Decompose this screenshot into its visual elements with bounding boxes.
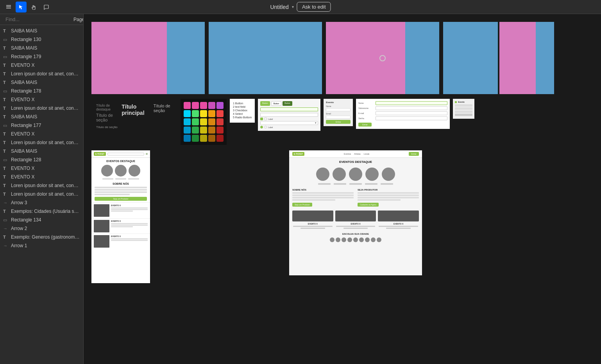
sidebar-item-label: Rectangle 178 — [11, 88, 41, 94]
page-label: Page 1 — [73, 17, 84, 22]
frame-stripes-3 — [326, 22, 439, 94]
sidebar-item[interactable]: →Arrow 2 — [0, 224, 83, 233]
sidebar-item-label: Loren ipsun dolor sit anet, consect... — [11, 140, 80, 145]
sidebar-item[interactable]: TSAIBA MAIS — [0, 78, 83, 87]
sidebar-item-label: Arrow 1 — [11, 243, 27, 248]
sidebar: Page 1 ▾ TSAIBA MAIS▭Rectangle 130TSAIBA… — [0, 14, 84, 364]
text-icon: T — [3, 29, 9, 33]
desktop-wireframe: E-TICKET EventosArtistasLocais Entrar EV… — [289, 150, 422, 275]
sidebar-item-label: Loren ipsun dolor sit anet, consect... — [11, 105, 80, 111]
svg-rect-2 — [6, 8, 11, 9]
text-icon: T — [3, 63, 9, 68]
page-selector[interactable]: Page 1 ▾ — [73, 17, 84, 22]
sidebar-item[interactable]: →Arrow 1 — [0, 241, 83, 250]
sidebar-item[interactable]: TSAIBA MAIS — [0, 27, 83, 35]
sidebar-item-label: EVENTO X — [11, 174, 34, 180]
pointer-tool-button[interactable] — [16, 2, 27, 12]
sidebar-item-label: Exemplos: Cidades (Usuária seleci... — [11, 209, 80, 214]
form-wireframe-small: Evento Nome Email Entrar — [324, 99, 353, 126]
sidebar-item-label: SAIBA MAIS — [11, 80, 37, 85]
color-cell — [192, 127, 199, 134]
sidebar-item[interactable]: ▭Rectangle 178 — [0, 87, 83, 95]
color-cell — [200, 118, 207, 125]
text-icon: T — [3, 106, 9, 111]
sidebar-item-label: EVENTO X — [11, 62, 34, 68]
sidebar-item[interactable]: TLoren ipsun dolor sit anet, consect... — [0, 190, 83, 198]
hand-tool-button[interactable] — [28, 2, 39, 12]
sidebar-item-label: Exemplo: Generos (gastronomico, ... — [11, 234, 80, 240]
color-cell — [208, 110, 215, 117]
title-chevron-icon: ▾ — [292, 5, 294, 9]
color-cell — [192, 118, 199, 125]
color-cell — [184, 118, 191, 125]
color-cell — [216, 118, 224, 125]
sidebar-list: TSAIBA MAIS▭Rectangle 130TSAIBA MAIS▭Rec… — [0, 25, 83, 364]
sidebar-item[interactable]: TLoren ipsun dolor sit anet, consect... — [0, 181, 83, 190]
toolbar-center: Untitled ▾ Ask to edit — [270, 2, 331, 12]
color-cell — [184, 110, 191, 117]
sidebar-item[interactable]: ▭Rectangle 177 — [0, 121, 83, 130]
mini-wireframe: Evento — [453, 99, 474, 119]
sidebar-item-label: Loren ipsun dolor sit anet, consect... — [11, 191, 80, 197]
color-cell — [200, 110, 207, 117]
sidebar-item[interactable]: TSAIBA MAIS — [0, 147, 83, 155]
color-cell — [216, 127, 224, 134]
text-icon: T — [3, 114, 9, 119]
sidebar-item[interactable]: TLoren ipsun dolor sit anet, consect... — [0, 138, 83, 147]
document-title[interactable]: Untitled — [270, 4, 288, 10]
typo-section-label: Título de seção — [154, 103, 173, 113]
ui-list-frame: 1 Button 2 text field 3 Checkbox 4 Selec… — [230, 99, 255, 123]
ui-components-frame: Button Button Button Label ▾ — [258, 99, 320, 131]
frame-stripes-4 — [443, 22, 498, 94]
svg-rect-0 — [6, 5, 11, 6]
rect-icon: ▭ — [3, 157, 9, 162]
sidebar-item[interactable]: TSAIBA MAIS — [0, 44, 83, 52]
main-layout: Page 1 ▾ TSAIBA MAIS▭Rectangle 130TSAIBA… — [0, 14, 601, 364]
sidebar-item[interactable]: TLoren ipsun dolor sit anet, consect... — [0, 104, 83, 112]
menu-button[interactable] — [3, 2, 14, 12]
color-cell — [192, 135, 199, 142]
text-icon: T — [3, 132, 9, 136]
color-cell — [192, 110, 199, 117]
search-input[interactable] — [5, 16, 71, 22]
text-icon: T — [3, 71, 9, 76]
text-icon: T — [3, 97, 9, 102]
sidebar-item-label: EVENTO X — [11, 97, 34, 102]
color-cell — [216, 135, 224, 142]
sidebar-item[interactable]: TSAIBA MAIS — [0, 112, 83, 121]
sidebar-item-label: Rectangle 179 — [11, 54, 41, 59]
sidebar-item[interactable]: TEVENTO X — [0, 95, 83, 104]
sidebar-item-label: Arrow 3 — [11, 200, 27, 205]
sidebar-item[interactable]: TEVENTO X — [0, 61, 83, 70]
sidebar-item[interactable]: →Arrow 3 — [0, 198, 83, 207]
text-icon: T — [3, 80, 9, 85]
sidebar-item[interactable]: TLoren ipsun dolor sit anet, consect... — [0, 70, 83, 78]
sidebar-header: Page 1 ▾ — [0, 14, 83, 25]
sidebar-item[interactable]: ▭Rectangle 134 — [0, 216, 83, 224]
rect-icon: ▭ — [3, 218, 9, 223]
sidebar-item[interactable]: ▭Rectangle 130 — [0, 35, 83, 44]
sidebar-item[interactable]: ▭Rectangle 128 — [0, 155, 83, 164]
text-icon: T — [3, 209, 9, 214]
sidebar-item[interactable]: TExemplos: Cidades (Usuária seleci... — [0, 207, 83, 216]
canvas-area[interactable]: Título de destaque Título de seção Títul… — [84, 14, 601, 364]
color-cell — [192, 102, 199, 109]
toolbar-left — [3, 2, 52, 12]
sidebar-item[interactable]: TEVENTO X — [0, 173, 83, 181]
sidebar-item-label: SAIBA MAIS — [11, 148, 37, 154]
sidebar-item[interactable]: TEVENTO X — [0, 130, 83, 138]
sidebar-item-label: SAIBA MAIS — [11, 28, 37, 34]
arrow-icon: → — [3, 226, 9, 231]
sidebar-item[interactable]: TEVENTO X — [0, 164, 83, 173]
ask-to-edit-button[interactable]: Ask to edit — [297, 2, 331, 12]
text-icon: T — [3, 183, 9, 188]
mobile-wireframe: E-TICKET ≡ EVENTOS DESTAQUE — [91, 150, 150, 283]
color-cell — [216, 110, 224, 117]
rect-icon: ▭ — [3, 123, 9, 128]
frame-stripes-1 — [91, 22, 205, 94]
comment-tool-button[interactable] — [41, 2, 52, 12]
text-icon: T — [3, 235, 9, 239]
sidebar-item-label: Rectangle 130 — [11, 37, 41, 42]
sidebar-item[interactable]: ▭Rectangle 179 — [0, 52, 83, 61]
sidebar-item[interactable]: TExemplo: Generos (gastronomico, ... — [0, 233, 83, 241]
